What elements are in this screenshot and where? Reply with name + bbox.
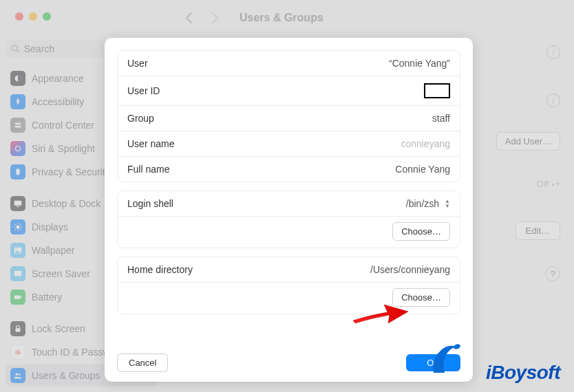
svg-point-26	[453, 343, 461, 350]
group-value: staff	[432, 113, 450, 124]
homedir-label: Home directory	[127, 264, 193, 275]
row-group: Group staff	[118, 106, 460, 131]
row-user: User “Connie Yang”	[118, 51, 460, 76]
stepper-icon: ▲▼	[445, 199, 450, 208]
choose-login-shell-button[interactable]: Choose…	[392, 222, 450, 241]
row-fullname: Full name Connie Yang	[118, 157, 460, 182]
watermark-text: iBoysoft	[486, 362, 560, 384]
row-home-directory: Home directory /Users/connieyang	[118, 257, 460, 283]
login-shell-select[interactable]: /bin/zsh ▲▼	[406, 198, 450, 209]
fullname-label: Full name	[127, 164, 169, 175]
username-label: User name	[127, 138, 174, 149]
user-label: User	[127, 58, 148, 69]
row-username: User name connieyang	[118, 131, 460, 157]
watermark-swoosh	[429, 342, 468, 375]
row-user-id: User ID	[118, 76, 460, 106]
user-value: “Connie Yang”	[389, 58, 450, 69]
advanced-user-options-sheet: User “Connie Yang” User ID Group staff U…	[105, 38, 473, 382]
homedir-value: /Users/connieyang	[370, 264, 450, 275]
userid-label: User ID	[127, 85, 160, 96]
userid-field[interactable]	[424, 83, 450, 98]
row-login-shell: Login shell /bin/zsh ▲▼	[118, 191, 460, 217]
group-label: Group	[127, 113, 154, 124]
loginshell-label: Login shell	[127, 198, 173, 209]
cancel-button[interactable]: Cancel	[117, 353, 168, 372]
fullname-value[interactable]: Connie Yang	[395, 164, 450, 175]
username-value: connieyang	[401, 138, 450, 149]
choose-home-directory-button[interactable]: Choose…	[392, 288, 450, 307]
